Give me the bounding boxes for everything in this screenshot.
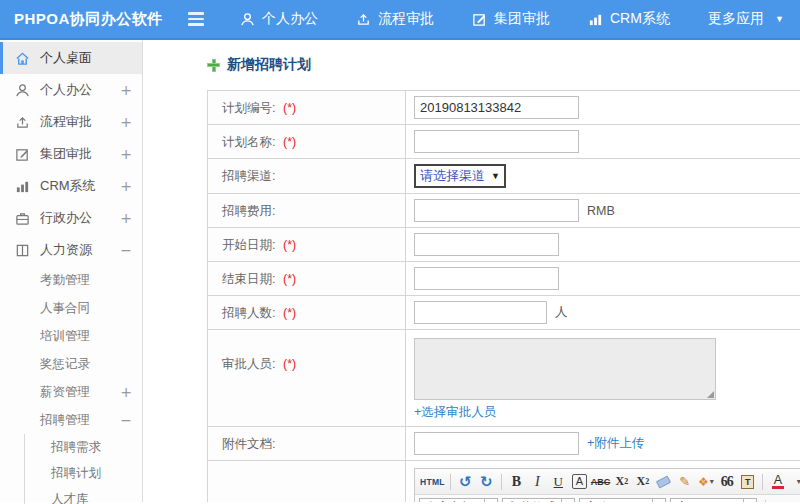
font-size-select[interactable]: 字号 ▾ [670, 498, 757, 503]
richtext-editor: HTML ↺ ↻ B I U A ABC X2 X2 [414, 468, 800, 502]
sidebar-item-recruit-demand[interactable]: 招聘需求 [25, 434, 142, 460]
select-caret-icon: ▾ [561, 499, 574, 503]
sidebar-item-talent-pool[interactable]: 人才库 [25, 486, 142, 504]
html-source-button[interactable]: HTML [420, 472, 445, 492]
sidebar-item-crm-system[interactable]: CRM系统 + [0, 170, 142, 202]
edit-icon [472, 12, 487, 27]
topnav-more-apps[interactable]: 更多应用 ▼ [708, 10, 784, 28]
form-row-plan-number: 计划编号: (*) [208, 91, 800, 125]
paste-icon[interactable]: T [738, 472, 757, 492]
form-row-headcount: 招聘人数: (*) 人 [208, 296, 800, 330]
chevron-down-icon: ▼ [775, 14, 784, 24]
attachment-upload-link[interactable]: +附件上传 [587, 435, 644, 452]
expand-plus-icon[interactable]: + [120, 178, 132, 194]
required-marker: (*) [283, 135, 296, 149]
expand-plus-icon[interactable]: + [120, 82, 132, 98]
book-icon [15, 243, 32, 258]
select-caret-icon: ▾ [743, 499, 756, 503]
topnav-workflow-approval[interactable]: 流程审批 [356, 10, 434, 28]
expand-plus-icon[interactable]: + [120, 210, 132, 226]
align-center-icon[interactable] [792, 498, 800, 503]
sidebar-item-personal-office[interactable]: 个人办公 + [0, 74, 142, 106]
briefcase-icon [15, 211, 32, 226]
sidebar-subgroup-recruit: 招聘需求 招聘计划 人才库 [24, 434, 142, 504]
sidebar-item-workflow-approval[interactable]: 流程审批 + [0, 106, 142, 138]
font-color-button[interactable]: A [768, 472, 787, 492]
top-nav: 个人办公 流程审批 集团审批 CRM系统 更多应用 ▼ [240, 10, 784, 28]
page-title: 新增招聘计划 [207, 56, 800, 74]
subscript-button[interactable]: X2 [633, 472, 652, 492]
attachment-input[interactable] [414, 432, 579, 455]
collapse-minus-icon[interactable]: − [120, 242, 132, 258]
headcount-input[interactable] [414, 301, 547, 324]
undo-icon[interactable]: ↺ [456, 472, 475, 492]
sidebar-item-group-approval[interactable]: 集团审批 + [0, 138, 142, 170]
superscript-button[interactable]: X2 [612, 472, 631, 492]
font-family-select[interactable]: 字体 ▾ [579, 498, 666, 503]
sidebar-item-reward-records[interactable]: 奖惩记录 [0, 350, 142, 378]
chevron-down-icon[interactable]: ▾ [789, 472, 800, 492]
required-marker: (*) [283, 272, 296, 286]
paragraph-format-select[interactable]: 段落格式 ▾ [502, 498, 575, 503]
topnav-personal-office[interactable]: 个人办公 [240, 10, 318, 28]
editor-toolbar-row2: 自定义标题 ▾ 段落格式 ▾ 字体 ▾ [415, 495, 800, 502]
sidebar-item-salary-mgmt[interactable]: 薪资管理 + [0, 378, 142, 406]
recruit-plan-form: 计划编号: (*) 计划名称: (*) 招聘渠道 [207, 90, 800, 502]
sidebar-item-admin-office[interactable]: 行政办公 + [0, 202, 142, 234]
format-painter-icon[interactable]: ✎ [675, 472, 694, 492]
sidebar-item-recruit-mgmt[interactable]: 招聘管理 − [0, 406, 142, 434]
required-marker: (*) [283, 238, 296, 252]
user-icon [15, 83, 32, 98]
required-marker: (*) [283, 357, 296, 371]
form-row-plan-name: 计划名称: (*) [208, 125, 800, 159]
flow-icon [356, 12, 371, 27]
home-icon [15, 51, 32, 66]
plan-name-input[interactable] [414, 130, 579, 153]
sidebar-item-training-mgmt[interactable]: 培训管理 [0, 322, 142, 350]
approvers-textarea[interactable] [414, 338, 716, 400]
plan-number-input[interactable] [414, 96, 579, 119]
form-row-approvers: 审批人员: (*) +选择审批人员 [208, 330, 800, 427]
autotypeset-button[interactable]: A [572, 474, 587, 489]
sidebar: 个人桌面 个人办公 + 流程审批 + 集团审批 + [0, 40, 143, 502]
redo-icon[interactable]: ↻ [477, 472, 496, 492]
strikethrough-button[interactable]: ABC [591, 472, 611, 492]
align-left-icon[interactable] [771, 498, 790, 503]
sidebar-item-recruit-plan[interactable]: 招聘计划 [25, 460, 142, 486]
eraser-icon[interactable] [654, 472, 673, 492]
required-marker: (*) [283, 101, 296, 115]
person-suffix: 人 [555, 304, 568, 321]
start-date-input[interactable] [414, 233, 559, 256]
bar-chart-icon [588, 12, 603, 27]
green-plus-icon [207, 59, 220, 72]
recruit-cost-input[interactable] [414, 199, 579, 222]
color-effects-icon[interactable]: ❖▾ [696, 472, 715, 492]
choose-approvers-link[interactable]: +选择审批人员 [414, 404, 496, 421]
form-row-recruit-cost: 招聘费用: RMB [208, 194, 800, 228]
edit-icon [15, 147, 32, 162]
main-content: 新增招聘计划 计划编号: (*) 计划名称: (*) [143, 40, 800, 502]
channel-select[interactable]: 请选择渠道 ▼ [414, 164, 506, 188]
underline-button[interactable]: U [549, 472, 568, 492]
expand-plus-icon[interactable]: + [120, 384, 132, 400]
expand-plus-icon[interactable]: + [120, 114, 132, 130]
italic-button[interactable]: I [528, 472, 547, 492]
sidebar-item-human-resources[interactable]: 人力资源 − [0, 234, 142, 266]
expand-plus-icon[interactable]: + [120, 146, 132, 162]
bold-button[interactable]: B [507, 472, 526, 492]
sidebar-item-hr-contract[interactable]: 人事合同 [0, 294, 142, 322]
custom-title-select[interactable]: 自定义标题 ▾ [419, 498, 498, 503]
blockquote-button[interactable]: 66 [717, 472, 736, 492]
form-row-editor: HTML ↺ ↻ B I U A ABC X2 X2 [208, 461, 800, 502]
topnav-crm-system[interactable]: CRM系统 [588, 10, 670, 28]
bar-chart-icon [15, 179, 32, 194]
editor-toolbar-row1: HTML ↺ ↻ B I U A ABC X2 X2 [415, 469, 800, 495]
user-icon [240, 12, 255, 27]
collapse-minus-icon[interactable]: − [120, 412, 132, 428]
hamburger-menu-icon[interactable] [186, 12, 206, 26]
form-row-end-date: 结束日期: (*) [208, 262, 800, 296]
sidebar-item-attendance-mgmt[interactable]: 考勤管理 [0, 266, 142, 294]
sidebar-item-personal-desktop[interactable]: 个人桌面 [0, 42, 142, 74]
topnav-group-approval[interactable]: 集团审批 [472, 10, 550, 28]
end-date-input[interactable] [414, 267, 559, 290]
